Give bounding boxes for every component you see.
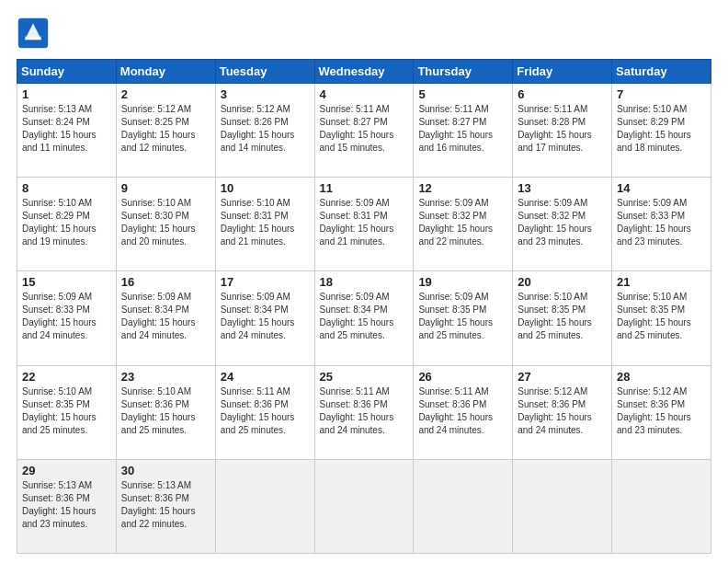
cell-info: Sunrise: 5:13 AM Sunset: 8:24 PM Dayligh… xyxy=(22,103,111,155)
calendar-cell: 7Sunrise: 5:10 AM Sunset: 8:29 PM Daylig… xyxy=(612,84,711,178)
day-number: 9 xyxy=(121,181,210,195)
day-number: 12 xyxy=(418,181,507,195)
svg-rect-2 xyxy=(25,37,41,40)
day-number: 22 xyxy=(22,370,111,384)
weekday-saturday: Saturday xyxy=(612,60,711,84)
day-number: 25 xyxy=(320,370,409,384)
day-number: 18 xyxy=(320,275,409,289)
weekday-header-row: SundayMondayTuesdayWednesdayThursdayFrid… xyxy=(17,60,711,84)
calendar-cell xyxy=(414,459,513,553)
day-number: 8 xyxy=(22,181,111,195)
calendar-cell: 4Sunrise: 5:11 AM Sunset: 8:27 PM Daylig… xyxy=(314,84,414,178)
cell-info: Sunrise: 5:10 AM Sunset: 8:31 PM Dayligh… xyxy=(221,197,310,248)
calendar-cell: 2Sunrise: 5:12 AM Sunset: 8:25 PM Daylig… xyxy=(116,84,215,178)
calendar-cell: 14Sunrise: 5:09 AM Sunset: 8:33 PM Dayli… xyxy=(612,178,711,271)
weekday-friday: Friday xyxy=(513,60,612,84)
calendar-cell: 30Sunrise: 5:13 AM Sunset: 8:36 PM Dayli… xyxy=(116,459,215,553)
cell-info: Sunrise: 5:09 AM Sunset: 8:34 PM Dayligh… xyxy=(320,291,409,342)
cell-info: Sunrise: 5:11 AM Sunset: 8:36 PM Dayligh… xyxy=(221,385,310,437)
weekday-tuesday: Tuesday xyxy=(215,60,314,84)
logo xyxy=(17,17,55,50)
day-number: 26 xyxy=(418,370,507,384)
calendar-cell: 3Sunrise: 5:12 AM Sunset: 8:26 PM Daylig… xyxy=(215,84,314,178)
cell-info: Sunrise: 5:13 AM Sunset: 8:36 PM Dayligh… xyxy=(22,479,111,531)
calendar-cell: 19Sunrise: 5:09 AM Sunset: 8:35 PM Dayli… xyxy=(414,271,513,365)
logo-icon xyxy=(17,17,50,50)
cell-info: Sunrise: 5:11 AM Sunset: 8:36 PM Dayligh… xyxy=(320,385,409,437)
calendar-cell: 22Sunrise: 5:10 AM Sunset: 8:35 PM Dayli… xyxy=(17,365,117,459)
day-number: 19 xyxy=(418,275,507,289)
calendar-week-5: 29Sunrise: 5:13 AM Sunset: 8:36 PM Dayli… xyxy=(17,459,711,553)
day-number: 29 xyxy=(22,464,111,477)
cell-info: Sunrise: 5:12 AM Sunset: 8:25 PM Dayligh… xyxy=(121,103,210,155)
calendar-week-4: 22Sunrise: 5:10 AM Sunset: 8:35 PM Dayli… xyxy=(17,365,711,459)
cell-info: Sunrise: 5:11 AM Sunset: 8:27 PM Dayligh… xyxy=(418,103,507,155)
day-number: 28 xyxy=(617,370,706,384)
day-number: 14 xyxy=(617,181,706,195)
calendar-cell: 23Sunrise: 5:10 AM Sunset: 8:36 PM Dayli… xyxy=(116,365,215,459)
calendar-cell: 24Sunrise: 5:11 AM Sunset: 8:36 PM Dayli… xyxy=(215,365,314,459)
calendar-cell xyxy=(314,459,414,553)
day-number: 3 xyxy=(221,87,310,101)
calendar-cell: 1Sunrise: 5:13 AM Sunset: 8:24 PM Daylig… xyxy=(17,84,117,178)
cell-info: Sunrise: 5:12 AM Sunset: 8:36 PM Dayligh… xyxy=(617,385,706,437)
calendar-cell: 25Sunrise: 5:11 AM Sunset: 8:36 PM Dayli… xyxy=(314,365,414,459)
calendar-cell xyxy=(215,459,314,553)
weekday-thursday: Thursday xyxy=(414,60,513,84)
calendar-week-1: 1Sunrise: 5:13 AM Sunset: 8:24 PM Daylig… xyxy=(17,84,711,178)
cell-info: Sunrise: 5:11 AM Sunset: 8:27 PM Dayligh… xyxy=(320,103,409,155)
calendar-cell: 27Sunrise: 5:12 AM Sunset: 8:36 PM Dayli… xyxy=(513,365,612,459)
calendar-cell: 17Sunrise: 5:09 AM Sunset: 8:34 PM Dayli… xyxy=(215,271,314,365)
cell-info: Sunrise: 5:13 AM Sunset: 8:36 PM Dayligh… xyxy=(121,479,210,531)
cell-info: Sunrise: 5:09 AM Sunset: 8:35 PM Dayligh… xyxy=(418,291,507,342)
calendar-cell: 28Sunrise: 5:12 AM Sunset: 8:36 PM Dayli… xyxy=(612,365,711,459)
cell-info: Sunrise: 5:09 AM Sunset: 8:32 PM Dayligh… xyxy=(518,197,607,248)
cell-info: Sunrise: 5:10 AM Sunset: 8:35 PM Dayligh… xyxy=(518,291,607,342)
weekday-wednesday: Wednesday xyxy=(314,60,414,84)
calendar-week-3: 15Sunrise: 5:09 AM Sunset: 8:33 PM Dayli… xyxy=(17,271,711,365)
cell-info: Sunrise: 5:10 AM Sunset: 8:35 PM Dayligh… xyxy=(22,385,111,437)
weekday-sunday: Sunday xyxy=(17,60,117,84)
day-number: 2 xyxy=(121,87,210,101)
day-number: 7 xyxy=(617,87,706,101)
calendar-cell: 29Sunrise: 5:13 AM Sunset: 8:36 PM Dayli… xyxy=(17,459,117,553)
calendar-cell: 16Sunrise: 5:09 AM Sunset: 8:34 PM Dayli… xyxy=(116,271,215,365)
calendar-cell: 9Sunrise: 5:10 AM Sunset: 8:30 PM Daylig… xyxy=(116,178,215,271)
cell-info: Sunrise: 5:12 AM Sunset: 8:26 PM Dayligh… xyxy=(221,103,310,155)
day-number: 6 xyxy=(518,87,607,101)
calendar-cell: 13Sunrise: 5:09 AM Sunset: 8:32 PM Dayli… xyxy=(513,178,612,271)
day-number: 27 xyxy=(518,370,607,384)
calendar-cell: 26Sunrise: 5:11 AM Sunset: 8:36 PM Dayli… xyxy=(414,365,513,459)
day-number: 24 xyxy=(221,370,310,384)
calendar-cell: 11Sunrise: 5:09 AM Sunset: 8:31 PM Dayli… xyxy=(314,178,414,271)
day-number: 21 xyxy=(617,275,706,289)
cell-info: Sunrise: 5:10 AM Sunset: 8:30 PM Dayligh… xyxy=(121,197,210,248)
cell-info: Sunrise: 5:11 AM Sunset: 8:36 PM Dayligh… xyxy=(418,385,507,437)
day-number: 23 xyxy=(121,370,210,384)
weekday-monday: Monday xyxy=(116,60,215,84)
cell-info: Sunrise: 5:10 AM Sunset: 8:35 PM Dayligh… xyxy=(617,291,706,342)
calendar-cell xyxy=(612,459,711,553)
calendar-cell: 6Sunrise: 5:11 AM Sunset: 8:28 PM Daylig… xyxy=(513,84,612,178)
day-number: 4 xyxy=(320,87,409,101)
cell-info: Sunrise: 5:09 AM Sunset: 8:31 PM Dayligh… xyxy=(320,197,409,248)
day-number: 16 xyxy=(121,275,210,289)
cell-info: Sunrise: 5:10 AM Sunset: 8:29 PM Dayligh… xyxy=(617,103,706,155)
day-number: 5 xyxy=(418,87,507,101)
day-number: 10 xyxy=(221,181,310,195)
calendar-cell: 20Sunrise: 5:10 AM Sunset: 8:35 PM Dayli… xyxy=(513,271,612,365)
cell-info: Sunrise: 5:12 AM Sunset: 8:36 PM Dayligh… xyxy=(518,385,607,437)
calendar-cell: 18Sunrise: 5:09 AM Sunset: 8:34 PM Dayli… xyxy=(314,271,414,365)
calendar-cell xyxy=(513,459,612,553)
calendar-cell: 21Sunrise: 5:10 AM Sunset: 8:35 PM Dayli… xyxy=(612,271,711,365)
calendar-table: SundayMondayTuesdayWednesdayThursdayFrid… xyxy=(17,59,711,554)
cell-info: Sunrise: 5:09 AM Sunset: 8:33 PM Dayligh… xyxy=(22,291,111,342)
calendar-cell: 8Sunrise: 5:10 AM Sunset: 8:29 PM Daylig… xyxy=(17,178,117,271)
day-number: 11 xyxy=(320,181,409,195)
cell-info: Sunrise: 5:09 AM Sunset: 8:34 PM Dayligh… xyxy=(121,291,210,342)
day-number: 1 xyxy=(22,87,111,101)
calendar-cell: 15Sunrise: 5:09 AM Sunset: 8:33 PM Dayli… xyxy=(17,271,117,365)
page: SundayMondayTuesdayWednesdayThursdayFrid… xyxy=(0,0,728,563)
header xyxy=(17,17,711,50)
day-number: 17 xyxy=(221,275,310,289)
